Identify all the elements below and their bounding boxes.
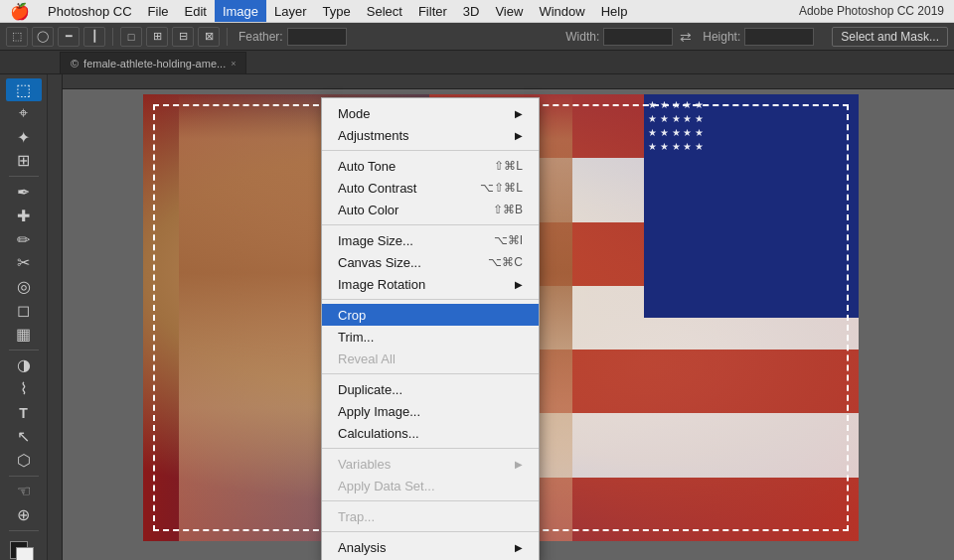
height-label: Height:: [703, 30, 740, 44]
arrow-icon: ▶: [515, 459, 523, 470]
menu-help[interactable]: Help: [593, 0, 636, 22]
toolbar-divider2: [9, 350, 39, 350]
arrow-icon: ▶: [515, 279, 523, 290]
toolbar-divider4: [9, 530, 39, 531]
tool-clone[interactable]: ✂: [6, 251, 42, 274]
tool-crop[interactable]: ⊞: [6, 149, 42, 172]
separator6: [322, 500, 539, 501]
menu-item-image-rotation[interactable]: Image Rotation ▶: [322, 273, 539, 295]
menu-bar: 🍎 Photoshop CC File Edit Image Layer Typ…: [0, 0, 954, 23]
menu-item-crop[interactable]: Crop: [322, 304, 539, 326]
menu-item-mode[interactable]: Mode ▶: [322, 102, 539, 124]
menu-item-auto-contrast[interactable]: Auto Contrast ⌥⇧⌘L: [322, 177, 539, 199]
separator3: [322, 299, 539, 300]
toolbar-divider3: [9, 476, 39, 477]
tool-shape[interactable]: ⬡: [6, 449, 42, 472]
menu-item-apply-data-set: Apply Data Set...: [322, 475, 539, 496]
tool-history[interactable]: ◎: [6, 275, 42, 298]
tab-filename: female-athlete-holding-ame...: [83, 58, 226, 70]
separator4: [322, 373, 539, 374]
menu-item-duplicate[interactable]: Duplicate...: [322, 378, 539, 400]
menu-item-trim[interactable]: Trim...: [322, 326, 539, 348]
options-bar: ⬚ ◯ ━ ┃ □ ⊞ ⊟ ⊠ Feather: Width: ⇄ Height…: [0, 23, 954, 51]
tool-gradient[interactable]: ▦: [6, 323, 42, 346]
document-tab[interactable]: © female-athlete-holding-ame... ×: [60, 52, 246, 73]
color-swatches[interactable]: [8, 539, 40, 560]
separator5: [322, 448, 539, 449]
add-selection-btn[interactable]: ⊞: [146, 27, 168, 47]
tool-hand[interactable]: ☜: [6, 480, 42, 502]
menu-select[interactable]: Select: [359, 0, 410, 22]
tool-healing[interactable]: ✚: [6, 205, 42, 227]
toolbar: ⬚ ⌖ ✦ ⊞ ✒ ✚ ✏ ✂ ◎ ◻ ▦ ◑ ⌇ T ↖ ⬡ ☜ ⊕: [0, 74, 48, 560]
menu-view[interactable]: View: [487, 0, 531, 22]
menu-photoshop[interactable]: Photoshop CC: [40, 0, 140, 22]
tool-dodge[interactable]: ◑: [6, 353, 42, 376]
apple-icon: 🍎: [10, 2, 30, 21]
main-area: ⬚ ⌖ ✦ ⊞ ✒ ✚ ✏ ✂ ◎ ◻ ▦ ◑ ⌇ T ↖ ⬡ ☜ ⊕: [0, 74, 954, 560]
toolbar-divider1: [9, 176, 39, 177]
menu-item-canvas-size[interactable]: Canvas Size... ⌥⌘C: [322, 251, 539, 273]
tool-text[interactable]: T: [6, 401, 42, 424]
tool-lasso[interactable]: ⌖: [6, 102, 42, 125]
app-title: Adobe Photoshop CC 2019: [799, 4, 954, 18]
menu-layer[interactable]: Layer: [266, 0, 315, 22]
tool-marquee[interactable]: ⬚: [6, 78, 42, 101]
subtract-selection-btn[interactable]: ⊟: [172, 27, 194, 47]
menu-item-auto-color[interactable]: Auto Color ⇧⌘B: [322, 199, 539, 220]
menu-item-adjustments[interactable]: Adjustments ▶: [322, 124, 539, 146]
menu-window[interactable]: Window: [531, 0, 592, 22]
width-input[interactable]: [603, 28, 673, 46]
menu-item-reveal-all: Reveal All: [322, 348, 539, 369]
tool-path-select[interactable]: ↖: [6, 425, 42, 448]
menu-file[interactable]: File: [140, 0, 177, 22]
marquee-row-btn[interactable]: ━: [58, 27, 80, 47]
marquee-col-btn[interactable]: ┃: [83, 27, 105, 47]
separator7: [322, 531, 539, 532]
document-modified-icon: ©: [71, 58, 79, 70]
width-label: Width:: [565, 30, 599, 44]
menu-image[interactable]: Image: [215, 0, 266, 22]
menu-filter[interactable]: Filter: [410, 0, 455, 22]
divider1: [112, 28, 113, 46]
menu-edit[interactable]: Edit: [177, 0, 215, 22]
intersect-selection-btn[interactable]: ⊠: [198, 27, 220, 47]
marquee-ellipse-btn[interactable]: ◯: [32, 27, 54, 47]
background-color[interactable]: [16, 547, 34, 560]
height-input[interactable]: [744, 28, 814, 46]
tool-eyedropper[interactable]: ✒: [6, 181, 42, 204]
select-mask-button[interactable]: Select and Mask...: [832, 27, 948, 47]
image-menu: Mode ▶ Adjustments ▶ Auto Tone ⇧⌘L Auto …: [321, 97, 540, 560]
menu-item-auto-tone[interactable]: Auto Tone ⇧⌘L: [322, 155, 539, 177]
swap-icon[interactable]: ⇄: [680, 29, 692, 45]
divider2: [227, 28, 228, 46]
ruler-vertical: [48, 74, 63, 560]
tab-bar: © female-athlete-holding-ame... ×: [0, 51, 954, 74]
feather-label: Feather:: [238, 30, 283, 44]
menu-item-analysis[interactable]: Analysis ▶: [322, 536, 539, 558]
arrow-icon: ▶: [515, 542, 523, 553]
tool-brush[interactable]: ✏: [6, 228, 42, 251]
feather-input[interactable]: [287, 28, 347, 46]
menu-item-image-size[interactable]: Image Size... ⌥⌘I: [322, 229, 539, 251]
menu-item-apply-image[interactable]: Apply Image...: [322, 400, 539, 422]
menu-item-trap: Trap...: [322, 505, 539, 527]
menu-3d[interactable]: 3D: [455, 0, 488, 22]
menu-type[interactable]: Type: [315, 0, 359, 22]
tool-magic-wand[interactable]: ✦: [6, 126, 42, 149]
menu-item-calculations[interactable]: Calculations...: [322, 422, 539, 444]
marquee-rect-btn[interactable]: ⬚: [6, 27, 28, 47]
menu-item-variables: Variables ▶: [322, 453, 539, 475]
apple-menu[interactable]: 🍎: [0, 2, 40, 21]
new-selection-btn[interactable]: □: [120, 27, 142, 47]
canvas-area: ★ ★ ★ ★ ★★ ★ ★ ★ ★★ ★ ★ ★ ★★ ★ ★ ★ ★ Mod…: [48, 74, 954, 560]
arrow-icon: ▶: [515, 130, 523, 141]
arrow-icon: ▶: [515, 108, 523, 119]
tool-zoom[interactable]: ⊕: [6, 503, 42, 526]
tool-eraser[interactable]: ◻: [6, 299, 42, 322]
separator1: [322, 150, 539, 151]
tab-close-btn[interactable]: ×: [231, 59, 236, 69]
tool-pen[interactable]: ⌇: [6, 377, 42, 400]
separator2: [322, 224, 539, 225]
ruler-horizontal: [48, 74, 954, 89]
